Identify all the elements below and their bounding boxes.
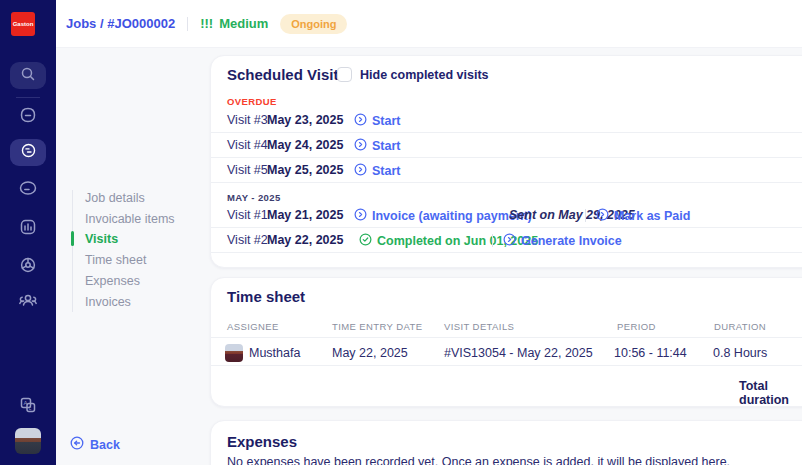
icon-sidebar: Gaston [0,0,56,465]
subnav-item-expenses[interactable]: Expenses [85,274,140,288]
home-icon [19,106,37,128]
group-label-month: MAY - 2025 [227,192,281,203]
action-separator [585,209,586,222]
sidebar-item-team[interactable] [10,290,46,314]
mark-as-paid-label: Mark as Paid [614,209,690,223]
start-label: Start [372,164,400,178]
hide-completed-label: Hide completed visits [360,68,489,82]
time-entry-date: May 22, 2025 [332,346,408,360]
search-button[interactable] [10,62,46,89]
visit-row: Visit #2 May 22, 2025 Completed on Jun 0… [211,228,802,253]
group-label-overdue: OVERDUE [227,96,277,107]
language-icon: Ac [19,396,37,418]
visit-date: May 22, 2025 [267,233,343,247]
visit-row: Visit #3 May 23, 2025 Start [211,108,802,133]
back-arrow-icon [70,436,84,453]
invoice-label: Invoice (awaiting payment) [372,209,532,223]
start-circle-icon [354,113,367,129]
visit-row: Visit #5 May 25, 2025 Start [211,158,802,183]
hide-completed-toggle[interactable]: Hide completed visits [337,67,489,82]
start-circle-icon [354,163,367,179]
action-separator [492,234,493,247]
back-label: Back [90,438,120,452]
start-visit-button[interactable]: Start [354,138,400,154]
visit-number: Visit #4 [227,138,268,152]
visit-number: Visit #2 [227,233,268,247]
expenses-empty-message: No expenses have been recorded yet. Once… [227,455,730,465]
time-sheet-title: Time sheet [227,288,305,305]
svg-text:c: c [29,405,32,411]
column-header-duration: DURATION [714,321,766,332]
visit-row: Visit #1 May 21, 2025 Invoice (awaiting … [211,203,802,228]
visit-row: Visit #4 May 24, 2025 Start [211,133,802,158]
visit-details: #VIS13054 - May 22, 2025 [444,346,593,360]
visit-number: Visit #1 [227,208,268,222]
paid-circle-icon [596,208,609,224]
scheduled-visits-card: Scheduled Visits Hide completed visits O… [210,55,802,268]
subnav-item-invoicable-items[interactable]: Invoicable items [85,212,175,226]
start-visit-button[interactable]: Start [354,113,400,129]
check-circle-icon [359,233,372,249]
column-header-period: PERIOD [617,321,656,332]
search-icon [20,66,36,86]
subnav-active-indicator [71,231,74,246]
sidebar-item-payments[interactable] [10,178,46,202]
assignee-avatar [225,344,243,362]
jobs-icon [20,142,37,163]
subnav-divider [72,190,73,312]
breadcrumb[interactable]: Jobs / #JO000002 [66,16,175,31]
start-visit-button[interactable]: Start [354,163,400,179]
invoice-link[interactable]: Invoice (awaiting payment) [354,208,532,224]
user-avatar[interactable] [15,428,41,454]
column-header-visit-details: VISIT DETAILS [444,321,514,332]
sidebar-item-reports[interactable] [10,217,46,241]
visit-date: May 24, 2025 [267,138,343,152]
hide-completed-checkbox[interactable] [337,67,352,82]
gaston-logo[interactable]: Gaston [11,12,35,36]
expenses-title: Expenses [227,433,297,450]
sidebar-divider [16,97,40,98]
sidebar-item-jobs[interactable] [10,139,46,166]
priority-marks: !!! [200,16,213,31]
table-row: Musthafa May 22, 2025 #VIS13054 - May 22… [211,337,802,366]
time-sheet-card: Time sheet ASSIGNEE TIME ENTRY DATE VISI… [210,277,802,407]
team-icon [18,291,38,313]
payments-icon [18,180,38,200]
sidebar-item-language[interactable]: Ac [10,395,46,419]
settings-icon [19,256,37,278]
subnav-item-job-details[interactable]: Job details [85,191,145,205]
priority-label: Medium [219,16,268,31]
sidebar-item-settings[interactable] [10,255,46,279]
back-button[interactable]: Back [70,436,120,453]
start-label: Start [372,114,400,128]
svg-text:A: A [24,400,28,406]
column-header-time-entry-date: TIME ENTRY DATE [332,321,422,332]
status-badge: Ongoing [280,14,347,34]
visit-date: May 25, 2025 [267,163,343,177]
breadcrumb-separator [187,17,188,31]
visit-date: May 21, 2025 [267,208,343,222]
mark-as-paid-button[interactable]: Mark as Paid [596,208,690,224]
subnav-item-time-sheet[interactable]: Time sheet [85,253,146,267]
page-header: Jobs / #JO000002 !!! Medium Ongoing [56,0,802,48]
subnav-item-invoices[interactable]: Invoices [85,295,131,309]
assignee-name: Musthafa [249,346,300,360]
scheduled-visits-title: Scheduled Visits [227,66,347,83]
subnav-item-visits[interactable]: Visits [85,232,118,246]
invoice-circle-icon [503,233,516,249]
visit-date: May 23, 2025 [267,113,343,127]
generate-invoice-label: Generate Invoice [521,234,622,248]
total-duration-label: Total duration [739,379,802,407]
generate-invoice-button[interactable]: Generate Invoice [503,233,622,249]
start-label: Start [372,139,400,153]
reports-icon [19,218,37,240]
column-header-assignee: ASSIGNEE [227,321,279,332]
duration: 0.8 Hours [713,346,767,360]
priority-indicator: !!! Medium [200,16,268,31]
period: 10:56 - 11:44 [614,346,687,360]
start-circle-icon [354,138,367,154]
app-window: Gaston [0,0,802,465]
visit-number: Visit #3 [227,113,268,127]
invoice-circle-icon [354,208,367,224]
sidebar-item-home[interactable] [10,105,46,129]
